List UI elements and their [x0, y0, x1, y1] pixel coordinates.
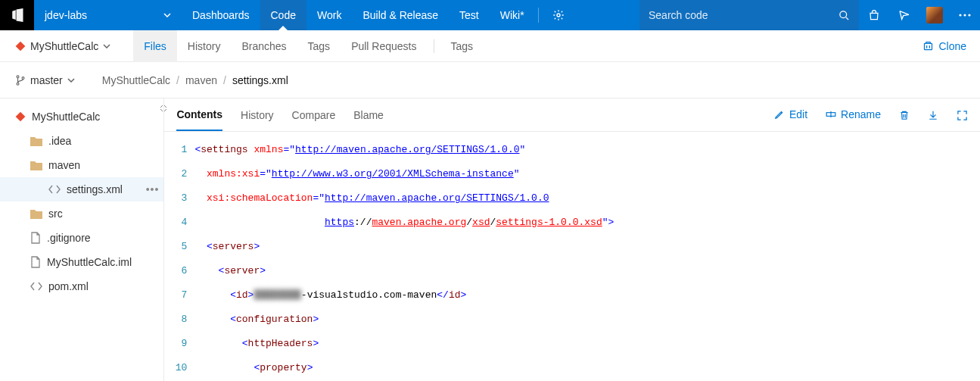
svg-point-8 [17, 83, 19, 85]
svg-point-4 [968, 14, 970, 16]
vsts-home-icon[interactable] [0, 0, 34, 30]
vtab-blame[interactable]: Blame [353, 100, 384, 130]
viewer-tabs: Contents History Compare Blame Edit Rena… [164, 98, 980, 132]
tab-pull-requests[interactable]: Pull Requests [341, 30, 427, 62]
clone-icon [922, 40, 934, 52]
svg-point-1 [840, 11, 847, 17]
svg-point-7 [17, 75, 19, 77]
tab-tags[interactable]: Tags [297, 30, 341, 62]
breadcrumb: master MyShuttleCalc / maven / settings.… [0, 62, 980, 98]
tree-folder[interactable]: .idea [0, 129, 163, 153]
repo-tabs: Files History Branches Tags Pull Request… [133, 30, 484, 62]
hub-work[interactable]: Work [306, 0, 352, 30]
hub-dashboards[interactable]: Dashboards [182, 0, 260, 30]
tree-file[interactable]: MyShuttleCalc.iml [0, 250, 163, 274]
branch-icon [15, 74, 26, 86]
tree-file-selected[interactable]: settings.xml ••• [0, 177, 163, 201]
rename-button[interactable]: Rename [826, 108, 881, 120]
marketplace-icon[interactable] [859, 0, 889, 30]
fullscreen-icon[interactable] [957, 108, 968, 121]
tab-tags-extra[interactable]: Tags [440, 30, 484, 62]
project-selector[interactable]: jdev-labs [34, 0, 182, 30]
download-icon[interactable] [928, 108, 938, 121]
chevron-down-icon [103, 44, 110, 48]
svg-point-9 [22, 77, 24, 79]
svg-rect-5 [16, 41, 26, 51]
branch-picker[interactable]: master [15, 74, 75, 86]
vtab-contents[interactable]: Contents [176, 99, 222, 131]
svg-point-2 [959, 14, 961, 16]
hub-code[interactable]: Code [260, 0, 306, 30]
svg-point-3 [963, 14, 966, 16]
vtab-history[interactable]: History [241, 100, 274, 130]
crumb-root[interactable]: MyShuttleCalc [102, 74, 170, 86]
hub-test[interactable]: Test [449, 0, 490, 30]
avatar[interactable] [919, 0, 950, 30]
settings-icon[interactable] [542, 0, 575, 30]
folder-icon [30, 136, 42, 146]
hub-wiki[interactable]: Wiki* [490, 0, 535, 30]
xml-icon [48, 185, 61, 194]
pencil-icon [774, 109, 785, 120]
clone-button[interactable]: Clone [922, 40, 966, 52]
project-name: jdev-labs [45, 9, 87, 21]
divider [434, 39, 434, 53]
crumb-maven[interactable]: maven [185, 74, 217, 86]
chevron-down-icon [67, 78, 75, 83]
delete-icon[interactable] [899, 108, 910, 121]
tree-file[interactable]: .gitignore [0, 226, 163, 250]
svg-rect-6 [925, 43, 932, 49]
svg-point-0 [557, 14, 560, 17]
tree-root[interactable]: MyShuttleCalc [0, 105, 163, 129]
file-icon [30, 256, 41, 268]
crumb-file: settings.xml [232, 74, 288, 86]
svg-rect-10 [16, 112, 26, 122]
tree-file[interactable]: pom.xml [0, 274, 163, 298]
top-nav: jdev-labs Dashboards Code Work Build & R… [0, 0, 980, 30]
notification-icon[interactable] [889, 0, 919, 30]
search-input[interactable] [649, 9, 832, 21]
tab-history[interactable]: History [177, 30, 232, 62]
edit-button[interactable]: Edit [774, 108, 807, 120]
tree-folder[interactable]: maven [0, 153, 163, 177]
search-input-wrapper [639, 0, 859, 30]
tab-branches[interactable]: Branches [231, 30, 297, 62]
code-editor[interactable]: 1<settings xmlns="http://maven.apache.or… [164, 132, 980, 381]
folder-icon [30, 160, 42, 170]
tree-folder[interactable]: src [0, 201, 163, 226]
diamond-icon [15, 111, 26, 122]
folder-icon [30, 208, 42, 219]
divider [538, 8, 539, 23]
xml-icon [30, 282, 42, 291]
more-icon[interactable]: ••• [146, 183, 160, 195]
search-icon[interactable] [838, 10, 850, 21]
hub-build-release[interactable]: Build & Release [352, 0, 449, 30]
diamond-icon [15, 41, 26, 52]
more-icon[interactable] [950, 0, 980, 30]
file-icon [30, 232, 41, 244]
chevron-down-icon [163, 13, 171, 17]
repo-nav: MyShuttleCalc Files History Branches Tag… [0, 30, 980, 62]
file-viewer: Contents History Compare Blame Edit Rena… [164, 98, 980, 381]
vtab-compare[interactable]: Compare [292, 100, 336, 130]
repo-picker[interactable]: MyShuttleCalc [15, 40, 110, 52]
file-tree: MyShuttleCalc .idea maven settings.xml •… [0, 98, 164, 381]
rename-icon [826, 109, 836, 120]
tab-files[interactable]: Files [133, 30, 177, 62]
